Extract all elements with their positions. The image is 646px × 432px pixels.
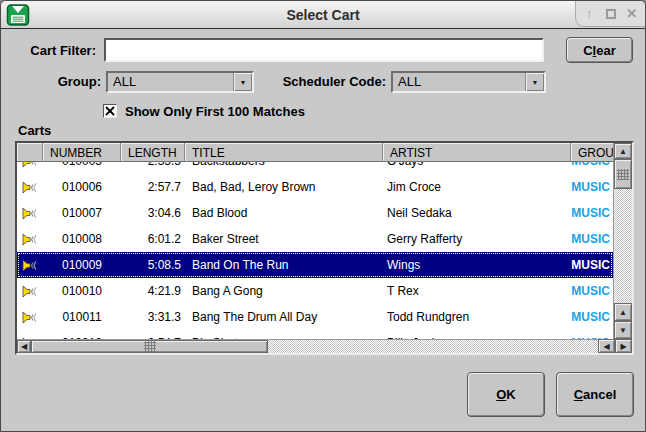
column-header-title[interactable]: TITLE xyxy=(185,143,383,161)
cart-length: 2:57.7 xyxy=(121,180,185,194)
speaker-icon xyxy=(17,311,43,324)
cart-title: Bad, Bad, Leroy Brown xyxy=(185,180,383,194)
cart-artist: Jim Croce xyxy=(383,180,571,194)
cart-group: MUSIC xyxy=(571,180,613,194)
speaker-icon xyxy=(17,181,43,194)
column-header-number[interactable]: NUMBER xyxy=(43,143,121,161)
group-select[interactable]: ALL ▼ xyxy=(106,71,254,93)
cart-row[interactable]: 010007 3:04.6 Bad Blood Neil Sedaka MUSI… xyxy=(17,200,613,226)
shade-window-icon[interactable]: ↑ xyxy=(581,6,597,22)
cart-number: 010011 xyxy=(43,310,121,324)
speaker-icon xyxy=(17,162,43,168)
cart-filter-label: Cart Filter: xyxy=(15,43,96,58)
scheduler-code-label: Scheduler Code: xyxy=(241,74,386,89)
column-header-length[interactable]: LENGTH xyxy=(121,143,185,161)
carts-table-viewport: NUMBER LENGTH TITLE ARTIST GROUP 010005 … xyxy=(17,143,613,339)
cart-number: 010005 xyxy=(43,162,121,168)
carts-rows: 010005 2:55.5 Backstabbers O'Jays MUSIC … xyxy=(17,162,613,339)
cart-row[interactable]: 010005 2:55.5 Backstabbers O'Jays MUSIC xyxy=(17,162,613,174)
thumb-grip xyxy=(617,169,629,180)
cart-artist: Wings xyxy=(383,258,571,272)
scroll-left-icon[interactable]: ◀ xyxy=(17,340,31,353)
cart-number: 010007 xyxy=(43,206,121,220)
dialog-content: Cart Filter: Clear Group: ALL ▼ Schedule… xyxy=(1,29,645,431)
cart-length: 5:08.5 xyxy=(121,258,185,272)
thumb-grip xyxy=(144,341,156,352)
cart-length: 3:31.3 xyxy=(121,310,185,324)
cart-group: MUSIC xyxy=(571,206,613,220)
clear-button-label: C xyxy=(583,43,592,58)
column-header-artist[interactable]: ARTIST xyxy=(383,143,571,161)
cart-length: 6:01.2 xyxy=(121,232,185,246)
horizontal-scrollbar[interactable]: ◀ xyxy=(17,339,598,353)
cart-length: 3:04.6 xyxy=(121,206,185,220)
cart-group: MUSIC xyxy=(571,162,613,168)
close-window-icon[interactable]: ✕ xyxy=(624,6,640,22)
cart-group: MUSIC xyxy=(571,284,613,298)
scroll-down-icon[interactable]: ▼ xyxy=(614,321,632,339)
window-title: Select Cart xyxy=(1,7,645,23)
chevron-down-icon[interactable]: ▼ xyxy=(525,73,544,91)
cart-group: MUSIC xyxy=(571,310,613,324)
column-header-group[interactable]: GROUP xyxy=(571,143,613,161)
window-controls: ↑ ✕ xyxy=(575,1,645,27)
cart-row[interactable]: 010012 2:54.7 Big Shot Billy Joel MUSIC xyxy=(17,330,613,339)
cart-artist: T Rex xyxy=(383,284,571,298)
select-cart-dialog: Select Cart ↑ ✕ Cart Filter: Clear Group… xyxy=(0,0,646,432)
cart-number: 010009 xyxy=(43,258,121,272)
scroll-up-icon[interactable]: ▲ xyxy=(614,303,632,321)
speaker-icon xyxy=(17,285,43,298)
scroll-left-icon[interactable]: ◀ xyxy=(598,339,615,353)
scroll-right-icon[interactable]: ▶ xyxy=(615,339,632,353)
clear-button[interactable]: Clear xyxy=(566,37,633,63)
cart-artist: Neil Sedaka xyxy=(383,206,571,220)
titlebar[interactable]: Select Cart ↑ ✕ xyxy=(1,1,645,29)
vertical-scroll-thumb[interactable] xyxy=(614,159,632,189)
cart-title: Bad Blood xyxy=(185,206,383,220)
group-selected-value: ALL xyxy=(108,73,233,91)
cart-row[interactable]: 010011 3:31.3 Bang The Drum All Day Todd… xyxy=(17,304,613,330)
cart-title: Backstabbers xyxy=(185,162,383,168)
cancel-button[interactable]: Cancel xyxy=(556,372,634,417)
cart-row[interactable]: 010006 2:57.7 Bad, Bad, Leroy Brown Jim … xyxy=(17,174,613,200)
scroll-up-icon[interactable]: ▲ xyxy=(614,143,632,159)
scrollbar-corner-buttons: ◀ ▶ xyxy=(598,339,632,353)
cart-row[interactable]: 010008 6:01.2 Baker Street Gerry Raffert… xyxy=(17,226,613,252)
speaker-icon xyxy=(17,233,43,246)
scheduler-code-select[interactable]: ALL ▼ xyxy=(391,71,546,93)
column-header-icon[interactable] xyxy=(17,143,43,161)
speaker-icon xyxy=(17,259,43,272)
cart-group: MUSIC xyxy=(571,258,613,272)
group-label: Group: xyxy=(15,74,101,89)
scheduler-code-selected-value: ALL xyxy=(393,73,525,91)
carts-table: NUMBER LENGTH TITLE ARTIST GROUP 010005 … xyxy=(15,141,634,355)
show-first-100-checkbox[interactable] xyxy=(103,104,117,118)
cart-artist: Gerry Rafferty xyxy=(383,232,571,246)
cart-filter-input[interactable] xyxy=(104,38,544,62)
maximize-window-icon[interactable] xyxy=(606,9,616,19)
cart-length: 2:55.5 xyxy=(121,162,185,168)
cart-title: Baker Street xyxy=(185,232,383,246)
cart-row-selected[interactable]: 010009 5:08.5 Band On The Run Wings MUSI… xyxy=(17,252,613,278)
cart-number: 010010 xyxy=(43,284,121,298)
carts-rows-clip: 010005 2:55.5 Backstabbers O'Jays MUSIC … xyxy=(17,162,613,339)
show-first-100-label: Show Only First 100 Matches xyxy=(125,104,305,119)
cart-length: 4:21.9 xyxy=(121,284,185,298)
checkmark-x-icon xyxy=(105,106,115,116)
ok-button[interactable]: OK xyxy=(467,372,545,417)
carts-section-label: Carts xyxy=(18,123,51,138)
rivendell-cart-icon xyxy=(6,3,30,27)
cart-number: 010006 xyxy=(43,180,121,194)
vertical-scrollbar[interactable]: ▲ ▲ ▼ xyxy=(613,143,632,339)
cart-row[interactable]: 010010 4:21.9 Bang A Gong T Rex MUSIC xyxy=(17,278,613,304)
cart-title: Bang The Drum All Day xyxy=(185,310,383,324)
cart-artist: Todd Rundgren xyxy=(383,310,571,324)
cart-group: MUSIC xyxy=(571,232,613,246)
speaker-icon xyxy=(17,207,43,220)
cart-number: 010008 xyxy=(43,232,121,246)
cart-title: Band On The Run xyxy=(185,258,383,272)
carts-table-header: NUMBER LENGTH TITLE ARTIST GROUP xyxy=(17,143,613,162)
cart-artist: O'Jays xyxy=(383,162,571,168)
horizontal-scroll-thumb[interactable] xyxy=(31,340,268,353)
cart-title: Bang A Gong xyxy=(185,284,383,298)
